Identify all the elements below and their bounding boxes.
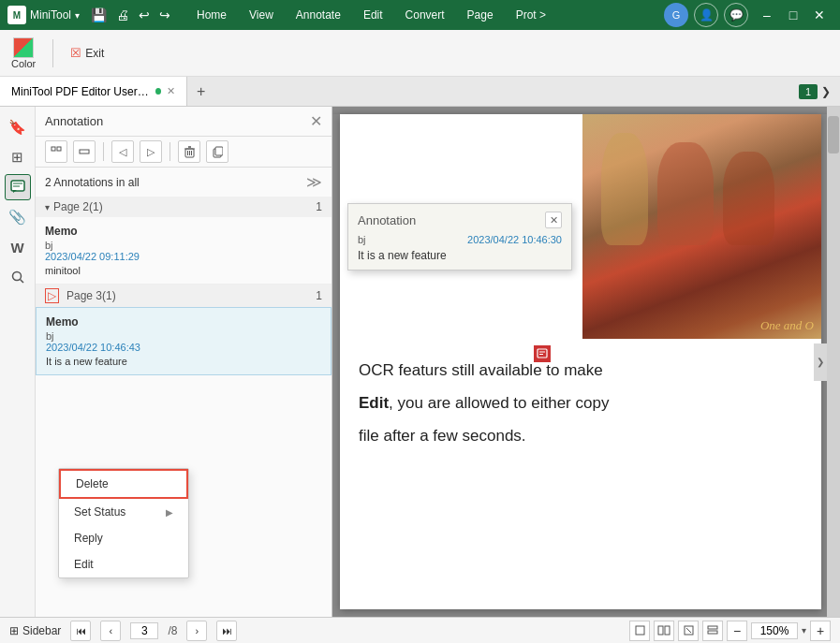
delete-label: Delete xyxy=(76,477,109,490)
main-layout: 🔖 ⊞ 📎 W Annotation xyxy=(0,107,840,617)
context-menu-delete[interactable]: Delete xyxy=(59,469,188,499)
tab-label: MiniTool PDF Editor User Guid... xyxy=(11,85,150,98)
add-tab-button[interactable]: + xyxy=(187,77,214,106)
context-menu-set-status[interactable]: Set Status ▶ xyxy=(59,499,188,525)
tab-modified-dot xyxy=(155,88,161,95)
ann-tool-prev[interactable]: ◁ xyxy=(111,140,134,163)
exit-icon: ☒ xyxy=(70,46,81,60)
context-menu: Delete Set Status ▶ Reply Edit xyxy=(58,468,189,578)
annotation-panel-close[interactable]: ✕ xyxy=(310,112,322,130)
app-dropdown-arrow[interactable]: ▾ xyxy=(75,10,80,21)
count-nav-icon[interactable]: ≫ xyxy=(306,173,322,191)
menu-page[interactable]: Page xyxy=(456,0,505,30)
color-swatch xyxy=(13,37,34,58)
user-avatar-outline[interactable]: 👤 xyxy=(694,3,718,27)
zoom-in-button[interactable]: + xyxy=(810,621,831,641)
user-avatar-green[interactable]: G xyxy=(664,3,688,27)
ann-item-content-2: It is a new feature xyxy=(46,356,321,367)
sidebar-item-search[interactable] xyxy=(5,264,31,290)
zoom-dropdown-arrow[interactable]: ▾ xyxy=(802,625,806,636)
minimize-button[interactable]: – xyxy=(754,2,780,28)
prev-page-button[interactable]: ‹ xyxy=(100,621,121,641)
scroll-view-button[interactable] xyxy=(702,621,723,641)
menu-home[interactable]: Home xyxy=(185,0,238,30)
ann-tool-collapse[interactable] xyxy=(73,140,96,163)
close-button[interactable]: ✕ xyxy=(806,2,833,28)
svg-rect-21 xyxy=(658,626,663,635)
next-page-button[interactable]: › xyxy=(186,621,207,641)
sidebar-item-attachments[interactable]: 📎 xyxy=(5,204,31,230)
save-icon[interactable]: 💾 xyxy=(91,7,107,22)
bottom-right-controls: − ▾ + xyxy=(629,621,831,641)
popup-close-button[interactable]: ✕ xyxy=(545,212,562,228)
vertical-scrollbar[interactable] xyxy=(827,107,840,617)
scroll-thumb[interactable] xyxy=(828,116,839,153)
popup-title: Annotation xyxy=(358,213,416,227)
undo-icon[interactable]: ↩ xyxy=(139,7,150,22)
sidebar-item-comments[interactable] xyxy=(5,174,31,200)
image-text-overlay: One and O xyxy=(760,318,814,333)
ann-item-title-2: Memo xyxy=(46,315,321,329)
svg-rect-8 xyxy=(80,150,89,153)
sidebar-toggle-button[interactable]: ⊞ Sidebar xyxy=(9,624,61,637)
pdf-image-bg: One and O xyxy=(582,114,821,339)
exit-button[interactable]: ☒ Exit xyxy=(70,46,104,60)
context-menu-reply[interactable]: Reply xyxy=(59,525,188,551)
tab-close-button[interactable]: ✕ xyxy=(167,85,175,97)
pdf-text-1: OCR featur xyxy=(359,361,439,379)
svg-rect-7 xyxy=(57,147,61,151)
menu-edit[interactable]: Edit xyxy=(352,0,394,30)
memo-icon-on-page[interactable] xyxy=(534,345,551,362)
ann-item-title: Memo xyxy=(45,225,322,238)
maximize-button[interactable]: □ xyxy=(780,2,806,28)
panel-expand-button[interactable]: ❯ xyxy=(814,343,827,381)
page-2-chevron: ▾ xyxy=(45,202,50,212)
submenu-arrow-icon: ▶ xyxy=(166,507,173,518)
redo-icon[interactable]: ↪ xyxy=(159,7,170,22)
sidebar-icon-bar: 🔖 ⊞ 📎 W xyxy=(0,107,36,617)
last-page-button[interactable]: ⏭ xyxy=(216,621,237,641)
annotation-item-memo-bj[interactable]: Memo bj 2023/04/22 09:11:29 minitool xyxy=(36,217,332,285)
sidebar-item-thumbnails[interactable]: ⊞ xyxy=(5,144,31,170)
page-3-header[interactable]: ▷ Page 3(1) 1 xyxy=(36,285,332,307)
context-menu-edit[interactable]: Edit xyxy=(59,551,188,577)
two-page-view-button[interactable] xyxy=(654,621,674,641)
ann-toolbar-sep2 xyxy=(169,142,170,161)
page-number-input[interactable] xyxy=(130,622,158,639)
collapse-icon[interactable]: ❯ xyxy=(821,85,831,98)
print-icon[interactable]: 🖨 xyxy=(116,7,129,22)
ann-tool-delete[interactable] xyxy=(178,140,200,163)
color-button[interactable]: Color xyxy=(11,37,36,69)
document-tab[interactable]: MiniTool PDF Editor User Guid... ✕ xyxy=(0,77,187,106)
page-2-header[interactable]: ▾ Page 2(1) 1 xyxy=(36,197,332,217)
svg-rect-17 xyxy=(538,349,547,358)
bottom-bar: ⊞ Sidebar ⏮ ‹ /8 › ⏭ − ▾ + xyxy=(0,617,840,643)
menu-annotate[interactable]: Annotate xyxy=(285,0,352,30)
ann-tool-next[interactable]: ▷ xyxy=(140,140,162,163)
popup-meta: bj 2023/04/22 10:46:30 xyxy=(358,234,562,245)
page-3-icon: ▷ xyxy=(45,288,59,303)
single-page-view-button[interactable] xyxy=(629,621,650,641)
menu-view[interactable]: View xyxy=(238,0,285,30)
fit-page-button[interactable] xyxy=(678,621,699,641)
ann-tool-copy[interactable] xyxy=(206,140,228,163)
sidebar-panel: 🔖 ⊞ 📎 W Annotation xyxy=(0,107,332,617)
sidebar-item-text[interactable]: W xyxy=(5,234,31,260)
page-2-count: 1 xyxy=(316,200,322,213)
page-3-header-left: ▷ Page 3(1) xyxy=(45,288,116,303)
svg-line-24 xyxy=(686,628,691,633)
chat-icon[interactable]: 💬 xyxy=(724,3,748,27)
menu-convert[interactable]: Convert xyxy=(394,0,456,30)
zoom-out-button[interactable]: − xyxy=(727,621,747,641)
annotation-item-memo-new-feature[interactable]: Memo bj 2023/04/22 10:46:43 It is a new … xyxy=(36,307,332,375)
first-page-button[interactable]: ⏮ xyxy=(70,621,91,641)
menu-protect[interactable]: Prot > xyxy=(505,0,557,30)
pdf-paragraph-1: OCR featurs still available to make xyxy=(359,358,803,385)
toolbar: Color ☒ Exit xyxy=(0,30,840,77)
sidebar-item-bookmark[interactable]: 🔖 xyxy=(5,114,31,140)
pdf-text-3: , you are allowed to either copy xyxy=(389,394,609,412)
reply-label: Reply xyxy=(74,532,103,545)
ann-item-author-2: bj xyxy=(46,330,321,342)
ann-tool-expand[interactable] xyxy=(45,140,67,163)
zoom-input[interactable] xyxy=(751,622,798,639)
